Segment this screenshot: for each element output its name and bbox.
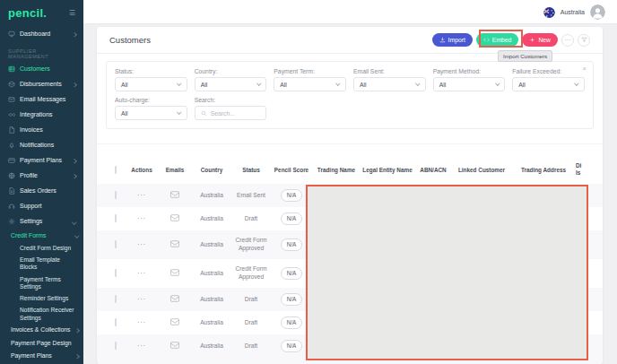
document-icon: [8, 187, 15, 195]
email-icon[interactable]: [158, 214, 192, 224]
sidebar-item-settings[interactable]: Settings: [0, 214, 83, 230]
chevron-right-icon: [74, 354, 79, 359]
row-checkbox[interactable]: [115, 240, 117, 248]
table-row[interactable]: ··· Australia Draft N/A: [97, 207, 603, 230]
status-select[interactable]: All: [115, 77, 187, 91]
failure-exceeded-select[interactable]: All: [512, 77, 585, 91]
row-actions-button[interactable]: ···: [126, 318, 158, 326]
sidebar-item-payment-plans-settings[interactable]: Payment Plans: [0, 350, 83, 362]
status-cell: Credit Form Approved: [231, 237, 271, 252]
auto-charge-select[interactable]: All: [115, 106, 187, 120]
sidebar-item-reminder-settings[interactable]: Reminder Settings: [0, 293, 83, 305]
sidebar-item-notification-receiver-settings[interactable]: Notification Receiver Settings: [0, 305, 83, 324]
bell-icon: [8, 142, 15, 150]
column-header-trading-address: Trading Address: [511, 167, 576, 173]
email-icon[interactable]: [158, 342, 192, 351]
column-header-actions: Actions: [126, 167, 158, 173]
australia-flag-icon[interactable]: [543, 6, 555, 18]
status-cell: Credit Form Approved: [231, 265, 271, 281]
headset-icon: [8, 203, 15, 211]
filter-search: Search:: [195, 97, 267, 120]
sidebar-item-sales-orders[interactable]: Sales Orders: [0, 184, 83, 199]
sidebar-item-payment-plans[interactable]: Payment Plans: [0, 153, 83, 169]
document-icon: [8, 126, 15, 134]
sidebar-item-notifications[interactable]: Notifications: [0, 138, 83, 153]
country-selector[interactable]: Australia: [561, 9, 585, 15]
row-actions-button[interactable]: ···: [126, 214, 158, 222]
table-row[interactable]: ··· Australia Credit Form Approved N/A: [97, 259, 603, 288]
sidebar-item-dashboard[interactable]: Dashboard: [0, 27, 83, 42]
more-options-button[interactable]: ···: [561, 34, 574, 47]
sidebar-item-credit-form-design[interactable]: Credit Form Design: [0, 242, 83, 254]
table-row[interactable]: ··· Australia Draft N/A: [97, 334, 603, 358]
sidebar-item-disbursements[interactable]: Disbursements: [0, 77, 83, 92]
hamburger-menu-icon[interactable]: ☰: [69, 10, 75, 17]
embed-button[interactable]: Embed: [476, 33, 519, 47]
chevron-right-icon: [72, 159, 76, 163]
sidebar-item-profile[interactable]: Profile: [0, 169, 83, 184]
status-cell: Draft: [231, 215, 271, 223]
row-checkbox[interactable]: [115, 214, 117, 222]
sidebar-item-email-messages[interactable]: Email Messages: [0, 92, 83, 108]
infinity-icon: [8, 111, 15, 119]
row-actions-button[interactable]: ···: [126, 240, 158, 248]
row-actions-button[interactable]: ···: [126, 342, 158, 350]
import-button[interactable]: Import: [432, 33, 473, 47]
pencil-score-badge: N/A: [281, 189, 303, 201]
country-select[interactable]: All: [195, 77, 267, 91]
chevron-down-icon: [72, 220, 76, 224]
row-checkbox[interactable]: [115, 269, 117, 277]
filter-funnel-button[interactable]: [578, 34, 590, 47]
dashboard-icon: [8, 30, 15, 39]
row-checkbox[interactable]: [115, 295, 117, 303]
box-icon: [8, 81, 15, 89]
email-icon[interactable]: [158, 295, 192, 305]
customers-table: Actions Emails Country Status Pencil Sco…: [97, 143, 603, 364]
new-button[interactable]: New: [522, 33, 558, 47]
gear-icon: [8, 218, 15, 226]
user-avatar[interactable]: [590, 4, 605, 20]
row-actions-button[interactable]: ···: [126, 269, 158, 277]
email-icon[interactable]: [158, 191, 192, 201]
email-icon[interactable]: [158, 318, 192, 328]
sidebar-item-integrations[interactable]: Integrations: [0, 108, 83, 123]
filters-panel: × Status: All Country: All Payment Term:…: [106, 61, 594, 129]
payment-method-select[interactable]: All: [433, 77, 506, 91]
filter-country: Country: All: [195, 68, 267, 91]
table-row[interactable]: ··· Australia Email Sent N/A: [97, 184, 603, 207]
close-filters-icon[interactable]: ×: [582, 65, 587, 73]
select-all-checkbox[interactable]: [115, 166, 117, 174]
payment-term-select[interactable]: All: [274, 77, 346, 91]
country-cell: Australia: [192, 270, 231, 278]
email-icon[interactable]: [158, 240, 192, 250]
pencil-score-badge: N/A: [281, 212, 303, 224]
column-header-legal-entity-name: Legal Entity Name: [361, 167, 414, 173]
download-icon: [439, 37, 446, 43]
sidebar-item-invoices[interactable]: Invoices: [0, 123, 83, 138]
row-checkbox[interactable]: [115, 318, 117, 326]
row-actions-button[interactable]: ···: [126, 191, 158, 199]
sidebar-item-invoices-collections[interactable]: Invoices & Collections: [0, 324, 83, 336]
email-sent-select[interactable]: All: [353, 77, 426, 91]
pencil-score-badge: N/A: [281, 238, 303, 250]
table-row[interactable]: ··· Australia Draft N/A: [97, 311, 603, 334]
row-checkbox[interactable]: [115, 191, 117, 199]
sidebar-item-customers[interactable]: Customers: [0, 62, 83, 77]
table-row[interactable]: ··· Australia Credit Form Approved N/A: [97, 230, 603, 259]
sidebar-item-payment-terms-settings[interactable]: Payment Terms Settings: [0, 273, 83, 292]
sidebar-item-email-template-blocks[interactable]: Email Template Blocks: [0, 255, 83, 273]
pencil-score-badge: N/A: [281, 340, 303, 351]
sidebar-section-label: SUPPLIER MANAGEMENT: [0, 42, 83, 62]
row-checkbox[interactable]: [115, 342, 117, 350]
filter-status: Status: All: [115, 68, 187, 91]
table-row[interactable]: ··· Australia Draft N/A: [97, 288, 603, 311]
sidebar-item-credit-forms[interactable]: Credit Forms: [0, 230, 83, 242]
column-header-status: Status: [231, 167, 271, 173]
row-actions-button[interactable]: ···: [126, 295, 158, 303]
sidebar-item-support[interactable]: Support: [0, 199, 83, 214]
sidebar-item-payment-page-design[interactable]: Payment Page Design: [0, 337, 83, 350]
search-input[interactable]: [211, 110, 261, 117]
chevron-down-icon: [336, 82, 341, 86]
email-icon[interactable]: [158, 269, 192, 279]
filter-failure-exceeded: Failure Exceeded: All: [512, 68, 585, 91]
